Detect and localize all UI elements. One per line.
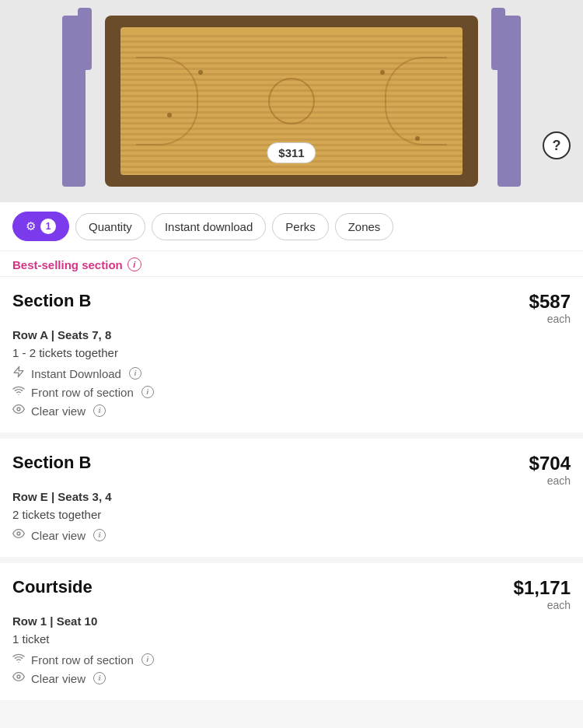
eye-icon	[12, 527, 25, 543]
feature-info-icon[interactable]: i	[141, 653, 154, 666]
court-three-left	[136, 57, 198, 145]
feature-label: Clear view	[31, 404, 86, 418]
listing-feature: Clear view i	[12, 670, 571, 686]
listing-section: Section B	[12, 291, 91, 311]
court-dot	[380, 70, 385, 75]
listing-card[interactable]: Section B $587 each Row A | Seats 7, 8 1…	[0, 277, 583, 432]
feature-info-icon[interactable]: i	[141, 386, 154, 398]
listing-price-each: each	[514, 599, 571, 611]
listing-feature: Clear view i	[12, 527, 571, 543]
filter-bar: ⚙ 1 Quantity Instant download Perks Zone…	[0, 202, 583, 251]
filter-filters[interactable]: ⚙ 1	[12, 212, 69, 241]
best-selling-label: Best-selling section	[12, 258, 123, 271]
listing-header: Section B $587 each	[12, 291, 571, 325]
eye-icon	[12, 403, 25, 418]
perks-label: Perks	[285, 220, 315, 233]
feature-info-icon[interactable]: i	[93, 529, 106, 541]
listing-tickets-count: 1 ticket	[12, 632, 571, 646]
listing-tickets-count: 2 tickets together	[12, 508, 571, 521]
feature-info-icon[interactable]: i	[129, 367, 141, 380]
svg-point-3	[17, 532, 20, 535]
instant-download-label: Instant download	[165, 220, 253, 233]
feature-info-icon[interactable]: i	[93, 672, 106, 684]
feature-label: Instant Download	[31, 367, 121, 380]
eye-icon	[12, 670, 25, 686]
listing-header: Courtside $1,171 each	[12, 577, 571, 611]
feature-label: Clear view	[31, 529, 86, 542]
listing-row-seats: Row A | Seats 7, 8	[12, 328, 571, 341]
filter-perks[interactable]: Perks	[272, 213, 328, 240]
listing-price-block: $1,171 each	[514, 577, 571, 611]
wifi-icon	[12, 652, 25, 667]
listing-section: Section B	[12, 453, 91, 473]
svg-point-2	[17, 408, 20, 411]
listings-container: Section B $587 each Row A | Seats 7, 8 1…	[0, 277, 583, 700]
listing-features: Clear view i	[12, 527, 571, 543]
help-button[interactable]: ?	[543, 131, 571, 159]
lightning-icon	[12, 366, 25, 381]
listing-card[interactable]: Section B $704 each Row E | Seats 3, 4 2…	[0, 439, 583, 557]
listing-feature: Front row of section i	[12, 384, 571, 400]
filter-sliders-icon: ⚙	[26, 219, 36, 233]
svg-point-5	[17, 675, 20, 678]
listing-row-seats: Row E | Seats 3, 4	[12, 490, 571, 503]
listing-section: Courtside	[12, 577, 93, 597]
listing-price-block: $704 each	[529, 453, 571, 487]
venue-map: $311 ?	[0, 0, 583, 202]
quantity-label: Quantity	[89, 220, 132, 233]
best-selling-bar: Best-selling section i	[0, 251, 583, 277]
filter-zones[interactable]: Zones	[335, 213, 394, 240]
listing-tickets-count: 1 - 2 tickets together	[12, 346, 571, 359]
court-center-circle	[268, 78, 315, 124]
feature-info-icon[interactable]: i	[93, 404, 106, 417]
listing-features: Instant Download i Front row of section …	[12, 366, 571, 418]
best-selling-info[interactable]: i	[127, 257, 141, 271]
listing-row-seats: Row 1 | Seat 10	[12, 614, 571, 628]
feature-label: Front row of section	[31, 386, 134, 399]
listing-card[interactable]: Courtside $1,171 each Row 1 | Seat 10 1 …	[0, 563, 583, 700]
listing-price-each: each	[529, 474, 571, 487]
listing-features: Front row of section i Clear view i	[12, 652, 571, 686]
feature-label: Clear view	[31, 672, 86, 685]
filter-quantity[interactable]: Quantity	[75, 213, 145, 240]
venue-section-top-right	[491, 8, 505, 70]
listing-price: $587	[529, 291, 571, 312]
feature-label: Front row of section	[31, 653, 134, 667]
wifi-icon	[12, 384, 25, 400]
listing-price: $1,171	[514, 577, 571, 598]
listing-feature: Clear view i	[12, 403, 571, 418]
svg-marker-0	[14, 366, 23, 376]
price-bubble[interactable]: $311	[267, 142, 316, 163]
listing-feature: Front row of section i	[12, 652, 571, 667]
listing-feature: Instant Download i	[12, 366, 571, 381]
court-three-right	[385, 57, 447, 145]
listing-price-block: $587 each	[529, 291, 571, 325]
venue-section-top-left	[78, 8, 92, 70]
listing-header: Section B $704 each	[12, 453, 571, 487]
filter-badge: 1	[40, 219, 56, 234]
listing-price-each: each	[529, 313, 571, 325]
zones-label: Zones	[348, 220, 381, 233]
court-dot	[198, 70, 203, 75]
listing-price: $704	[529, 453, 571, 474]
filter-instant-download[interactable]: Instant download	[152, 213, 266, 240]
